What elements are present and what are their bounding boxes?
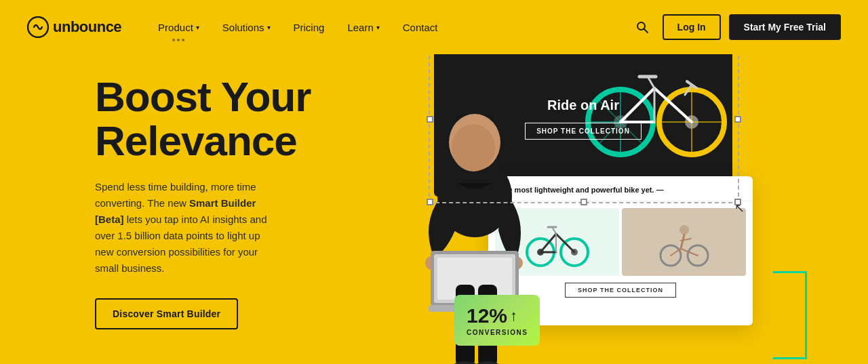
unbounce-logo-icon bbox=[27, 16, 49, 38]
stats-label: CONVERSIONS bbox=[467, 329, 528, 336]
loading-indicator bbox=[172, 39, 184, 41]
svg-line-34 bbox=[681, 235, 684, 249]
bike-image-2 bbox=[622, 208, 746, 276]
navbar: unbounce Product ▾ Solutions ▾ Pricing L… bbox=[0, 0, 868, 54]
nav-item-contact[interactable]: Contact bbox=[393, 16, 448, 39]
nav-item-product[interactable]: Product ▾ bbox=[149, 16, 209, 39]
svg-point-50 bbox=[473, 361, 502, 364]
nav-item-learn[interactable]: Learn ▾ bbox=[338, 16, 389, 39]
nav-item-solutions[interactable]: Solutions ▾ bbox=[213, 16, 280, 39]
login-button[interactable]: Log In bbox=[663, 14, 721, 40]
stats-badge: 12% ↑ CONVERSIONS bbox=[454, 295, 540, 346]
cyclist-icon bbox=[657, 215, 711, 269]
svg-line-2 bbox=[644, 29, 648, 33]
search-icon bbox=[635, 20, 649, 34]
nav-item-pricing[interactable]: Pricing bbox=[284, 16, 334, 39]
stats-arrow-icon: ↑ bbox=[510, 307, 517, 325]
trial-button[interactable]: Start My Free Trial bbox=[729, 14, 841, 40]
green-bracket-top bbox=[773, 271, 807, 305]
svg-point-33 bbox=[679, 225, 689, 235]
hero-heading: Boost Your Relevance bbox=[95, 75, 311, 163]
svg-line-17 bbox=[648, 77, 654, 88]
svg-point-40 bbox=[452, 124, 495, 171]
shop-collection-button[interactable]: SHOP THE COLLECTION bbox=[565, 283, 676, 298]
discover-smart-builder-button[interactable]: Discover Smart Builder bbox=[95, 298, 238, 329]
hero-content: Boost Your Relevance Spend less time bui… bbox=[95, 75, 311, 329]
logo-text: unbounce bbox=[53, 18, 121, 36]
hero-body: Spend less time building, more time conv… bbox=[95, 179, 278, 277]
nav-links: Product ▾ Solutions ▾ Pricing Learn ▾ Co… bbox=[149, 16, 630, 39]
chevron-down-icon: ▾ bbox=[196, 24, 199, 31]
stats-percent: 12% ↑ bbox=[467, 304, 528, 327]
svg-point-49 bbox=[450, 361, 480, 364]
green-bracket-bottom bbox=[773, 305, 807, 359]
hero-section: Boost Your Relevance Spend less time bui… bbox=[0, 54, 868, 364]
chevron-down-icon: ▾ bbox=[267, 24, 271, 31]
hero-visual: ↖ bbox=[353, 54, 868, 364]
chevron-down-icon: ▾ bbox=[376, 24, 380, 31]
nav-right: Log In Start My Free Trial bbox=[630, 14, 841, 40]
search-button[interactable] bbox=[630, 15, 654, 39]
handle-middle-right bbox=[734, 116, 741, 123]
logo[interactable]: unbounce bbox=[27, 16, 121, 38]
